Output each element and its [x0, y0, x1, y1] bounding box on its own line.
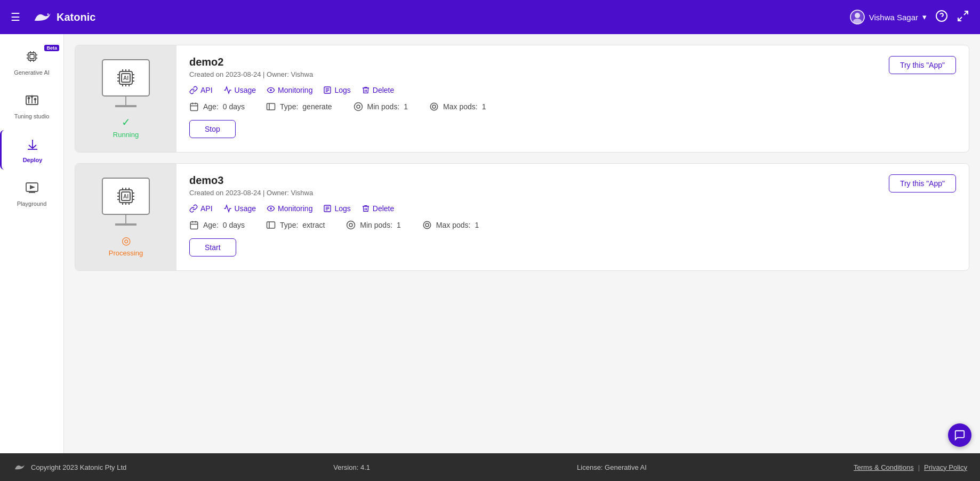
sidebar-tuning-studio-label: Tuning studio — [14, 113, 50, 119]
content-area: AI ✓ Running — [64, 34, 980, 453]
age-value-demo2: 0 days — [223, 102, 245, 111]
user-menu[interactable]: Vishwa Sagar ▾ — [850, 10, 927, 25]
api-link-demo3[interactable]: API — [189, 204, 213, 213]
monitoring-link-demo3[interactable]: Monitoring — [267, 204, 312, 213]
svg-text:AI: AI — [123, 194, 128, 199]
usage-icon-demo2 — [223, 86, 232, 94]
generative-ai-icon — [25, 49, 39, 66]
footer-left: Copyright 2023 Katonic Pty Ltd — [13, 462, 126, 472]
svg-rect-9 — [30, 54, 34, 59]
status-indicator-demo2: ✓ Running — [113, 116, 139, 139]
delete-link-demo2[interactable]: Delete — [362, 86, 394, 94]
user-dropdown-icon: ▾ — [922, 12, 927, 22]
footer-license: License: Generative AI — [577, 463, 647, 471]
stop-button-demo2[interactable]: Stop — [189, 120, 236, 138]
age-icon-demo2 — [189, 102, 199, 111]
help-icon — [935, 10, 948, 22]
svg-point-87 — [425, 223, 429, 227]
card-body-demo3: demo3 Created on 2023-08-24 | Owner: Vis… — [176, 164, 969, 270]
usage-link-demo2[interactable]: Usage — [223, 86, 256, 94]
logo: Katonic — [31, 9, 95, 26]
playground-icon — [25, 180, 39, 197]
monitor-screen-demo3: AI — [102, 178, 150, 215]
chat-icon — [954, 429, 966, 441]
app-card-demo2: AI ✓ Running — [75, 45, 969, 153]
type-value-demo2: generate — [302, 102, 332, 111]
svg-point-75 — [270, 208, 272, 210]
app-meta-demo3: Created on 2023-08-24 | Owner: Vishwa — [189, 189, 313, 197]
ai-chip-icon-demo2: AI — [114, 66, 138, 90]
age-stat-demo2: Age: 0 days — [189, 102, 245, 111]
sidebar-playground-label: Playground — [17, 201, 47, 207]
monitor-base-demo2 — [115, 105, 136, 107]
sidebar-generative-ai-label: Generative AI — [14, 69, 50, 76]
age-label-demo3: Age: — [203, 221, 219, 229]
monitor-screen-demo2: AI — [102, 59, 150, 97]
user-name: Vishwa Sagar — [869, 13, 918, 22]
svg-point-25 — [34, 99, 36, 100]
delete-link-demo3[interactable]: Delete — [362, 204, 394, 213]
footer: Copyright 2023 Katonic Pty Ltd Version: … — [0, 453, 980, 481]
terms-link[interactable]: Terms & Conditions — [854, 463, 914, 471]
min-pods-value-demo3: 1 — [397, 221, 401, 229]
min-pods-label-demo2: Min pods: — [367, 102, 400, 111]
type-value-demo3: extract — [302, 221, 325, 229]
chat-widget[interactable] — [948, 423, 971, 447]
app-stats-demo3: Age: 0 days Type: extract Min pods: 1 — [189, 220, 956, 230]
sidebar-item-deploy[interactable]: Deploy — [0, 130, 63, 170]
user-avatar-icon — [850, 10, 865, 25]
usage-link-demo3[interactable]: Usage — [223, 204, 256, 213]
type-icon-demo2 — [266, 102, 276, 111]
link-icon-demo2 — [189, 86, 198, 94]
start-button-demo3[interactable]: Start — [189, 238, 236, 256]
sidebar-item-playground[interactable]: Playground — [0, 174, 63, 213]
deploy-icon — [25, 137, 40, 154]
hamburger-icon[interactable]: ☰ — [11, 11, 20, 23]
delete-icon-demo3 — [362, 204, 370, 213]
processing-status-icon: ◎ — [122, 234, 131, 247]
action-links-demo2: API Usage Monitoring Logs — [189, 86, 956, 94]
min-pods-value-demo2: 1 — [404, 102, 408, 111]
sidebar-item-generative-ai[interactable]: Beta Generative AI — [0, 43, 63, 82]
status-label-demo3: Processing — [109, 249, 143, 257]
app-card-demo3: AI ◎ Processing — [75, 163, 969, 271]
svg-rect-55 — [267, 103, 275, 110]
card-header-demo2: demo2 Created on 2023-08-24 | Owner: Vis… — [189, 56, 956, 78]
type-icon-demo3 — [266, 220, 276, 230]
age-stat-demo3: Age: 0 days — [189, 220, 245, 230]
type-label-demo2: Type: — [280, 102, 298, 111]
sidebar-item-tuning-studio[interactable]: Tuning studio — [0, 86, 63, 126]
card-header-demo3: demo3 Created on 2023-08-24 | Owner: Vis… — [189, 174, 956, 197]
age-label-demo2: Age: — [203, 102, 219, 111]
footer-logo-icon — [13, 462, 26, 472]
monitor-stand-demo3 — [125, 215, 126, 223]
max-pods-label-demo2: Max pods: — [443, 102, 478, 111]
link-icon-demo3 — [189, 204, 198, 213]
monitor-base-demo3 — [115, 223, 136, 226]
min-pods-label-demo3: Min pods: — [360, 221, 392, 229]
svg-point-88 — [423, 221, 431, 229]
min-pods-stat-demo3: Min pods: 1 — [346, 220, 401, 230]
expand-icon — [957, 10, 969, 22]
min-pods-stat-demo2: Min pods: 1 — [354, 102, 408, 111]
try-app-button-demo2[interactable]: Try this "App" — [889, 56, 956, 74]
svg-line-7 — [958, 17, 962, 21]
monitoring-link-demo2[interactable]: Monitoring — [267, 86, 312, 94]
monitoring-label-demo2: Monitoring — [278, 86, 312, 94]
try-app-button-demo3[interactable]: Try this "App" — [889, 174, 956, 193]
api-label-demo3: API — [200, 204, 213, 213]
running-status-icon: ✓ — [122, 116, 131, 129]
logs-link-demo2[interactable]: Logs — [323, 86, 350, 94]
expand-button[interactable] — [957, 10, 969, 25]
logs-icon-demo3 — [323, 204, 332, 213]
help-button[interactable] — [935, 10, 948, 25]
logs-link-demo3[interactable]: Logs — [323, 204, 350, 213]
max-pods-icon-demo2 — [429, 102, 439, 111]
header-left: ☰ Katonic — [11, 9, 95, 26]
card-preview-demo2: AI ✓ Running — [75, 45, 176, 152]
logs-icon-demo2 — [323, 86, 332, 94]
svg-point-2 — [855, 13, 860, 18]
privacy-link[interactable]: Privacy Policy — [924, 463, 967, 471]
api-link-demo2[interactable]: API — [189, 86, 213, 94]
footer-version: Version: 4.1 — [333, 463, 370, 471]
